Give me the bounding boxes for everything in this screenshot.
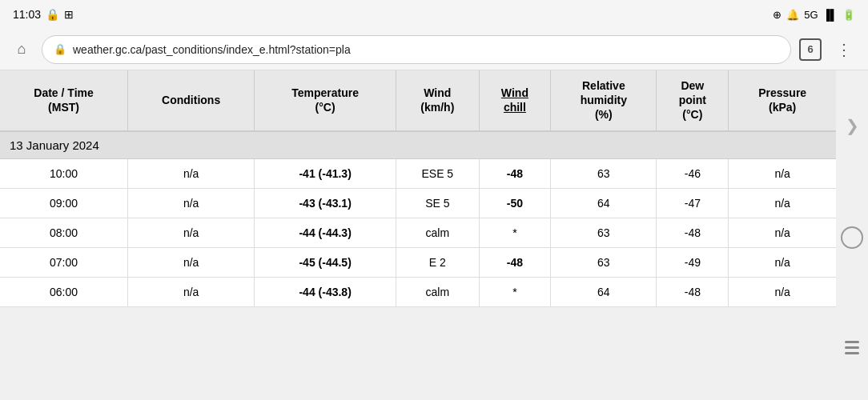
- cell-dewpoint: -48: [657, 277, 729, 306]
- col-pressure: Pressure(kPa): [729, 70, 836, 131]
- cell-pressure: n/a: [729, 277, 836, 306]
- cell-humidity: 64: [551, 188, 657, 218]
- menu-button[interactable]: ⋮: [830, 37, 858, 62]
- cell-windchill: *: [479, 218, 551, 247]
- cell-temp: -44 (-43.8): [255, 277, 396, 306]
- vpn-icon: ⊕: [773, 9, 782, 21]
- cell-windchill: *: [479, 277, 551, 306]
- cell-wind: SE 5: [396, 188, 480, 218]
- time-display: 11:03: [13, 8, 41, 21]
- cell-pressure: n/a: [729, 218, 836, 247]
- cell-dewpoint: -47: [657, 188, 729, 218]
- cell-conditions: n/a: [128, 188, 255, 218]
- cell-time: 09:00: [0, 188, 128, 218]
- cell-windchill: -48: [479, 158, 551, 188]
- cell-humidity: 63: [551, 218, 657, 247]
- main-content: Date / Time(MST) Conditions Temperature(…: [0, 70, 836, 307]
- cell-conditions: n/a: [128, 277, 255, 306]
- cell-dewpoint: -46: [657, 158, 729, 188]
- weather-table: Date / Time(MST) Conditions Temperature(…: [0, 70, 836, 307]
- cell-time: 10:00: [0, 158, 128, 188]
- col-conditions: Conditions: [128, 70, 255, 131]
- cell-pressure: n/a: [729, 247, 836, 277]
- cell-windchill: -50: [479, 188, 551, 218]
- cell-pressure: n/a: [729, 158, 836, 188]
- scroll-bars: [845, 341, 859, 354]
- cell-temp: -44 (-44.3): [255, 218, 396, 247]
- cell-windchill: -48: [479, 247, 551, 277]
- cell-time: 08:00: [0, 218, 128, 247]
- cell-conditions: n/a: [128, 158, 255, 188]
- table-row: 10:00n/a-41 (-41.3)ESE 5-4863-46n/a: [0, 158, 836, 188]
- cell-temp: -41 (-41.3): [255, 158, 396, 188]
- cell-humidity: 63: [551, 247, 657, 277]
- battery-icon: 🔋: [842, 9, 855, 21]
- col-temperature: Temperature(°C): [255, 70, 396, 131]
- cell-time: 07:00: [0, 247, 128, 277]
- col-wind: Wind(km/h): [396, 70, 480, 131]
- cell-wind: calm: [396, 277, 480, 306]
- cell-conditions: n/a: [128, 247, 255, 277]
- cell-temp: -45 (-44.5): [255, 247, 396, 277]
- cell-pressure: n/a: [729, 188, 836, 218]
- cell-humidity: 64: [551, 277, 657, 306]
- cell-wind: E 2: [396, 247, 480, 277]
- table-row: 09:00n/a-43 (-43.1)SE 5-5064-47n/a: [0, 188, 836, 218]
- cell-conditions: n/a: [128, 218, 255, 247]
- cell-humidity: 63: [551, 158, 657, 188]
- col-dewpoint: Dewpoint(°C): [657, 70, 729, 131]
- scroll-circle: [841, 226, 863, 249]
- cell-wind: calm: [396, 218, 480, 247]
- chevron-right-icon: ❯: [846, 116, 859, 135]
- url-text: weather.gc.ca/past_conditions/index_e.ht…: [73, 43, 351, 56]
- table-row: 07:00n/a-45 (-44.5)E 2-4863-49n/a: [0, 247, 836, 277]
- col-windchill: Windchill: [479, 70, 551, 131]
- date-group-row: 13 January 2024: [0, 131, 836, 159]
- col-humidity: Relativehumidity(%): [551, 70, 657, 131]
- lock-icon: 🔒: [46, 8, 59, 21]
- cell-wind: ESE 5: [396, 158, 480, 188]
- home-button[interactable]: ⌂: [10, 38, 34, 62]
- table-row: 08:00n/a-44 (-44.3)calm*63-48n/a: [0, 218, 836, 247]
- status-bar: 11:03 🔒 ⊞ ⊕ 🔔 5G ▐▌ 🔋: [0, 0, 868, 29]
- cell-dewpoint: -49: [657, 247, 729, 277]
- browser-bar: ⌂ 🔒 weather.gc.ca/past_conditions/index_…: [0, 29, 868, 70]
- tab-count[interactable]: 6: [799, 38, 822, 61]
- signal-5g: 5G: [804, 9, 818, 21]
- cell-time: 06:00: [0, 277, 128, 306]
- secure-icon: 🔒: [54, 43, 66, 55]
- col-datetime: Date / Time(MST): [0, 70, 128, 131]
- table-header-row: Date / Time(MST) Conditions Temperature(…: [0, 70, 836, 131]
- signal-bars: ▐▌: [823, 9, 838, 21]
- table-row: 06:00n/a-44 (-43.8)calm*64-48n/a: [0, 277, 836, 306]
- url-bar[interactable]: 🔒 weather.gc.ca/past_conditions/index_e.…: [42, 35, 791, 64]
- cell-temp: -43 (-43.1): [255, 188, 396, 218]
- cell-dewpoint: -48: [657, 218, 729, 247]
- screenshot-icon: ⊞: [64, 8, 74, 21]
- volume-icon: 🔔: [786, 9, 799, 21]
- right-chrome: ❯: [836, 70, 868, 400]
